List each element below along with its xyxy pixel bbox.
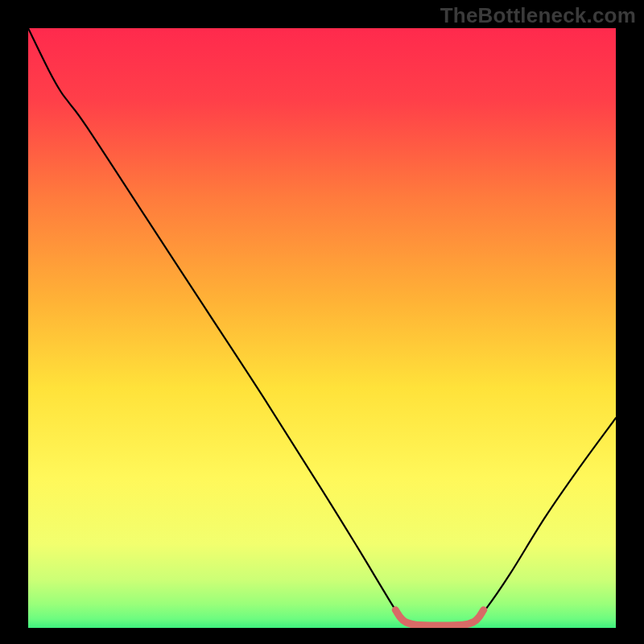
chart-container: TheBottleneck.com <box>0 0 644 644</box>
plot-area <box>28 28 616 628</box>
watermark-text: TheBottleneck.com <box>440 3 636 28</box>
gradient-background <box>28 28 616 628</box>
chart-svg <box>28 28 616 628</box>
